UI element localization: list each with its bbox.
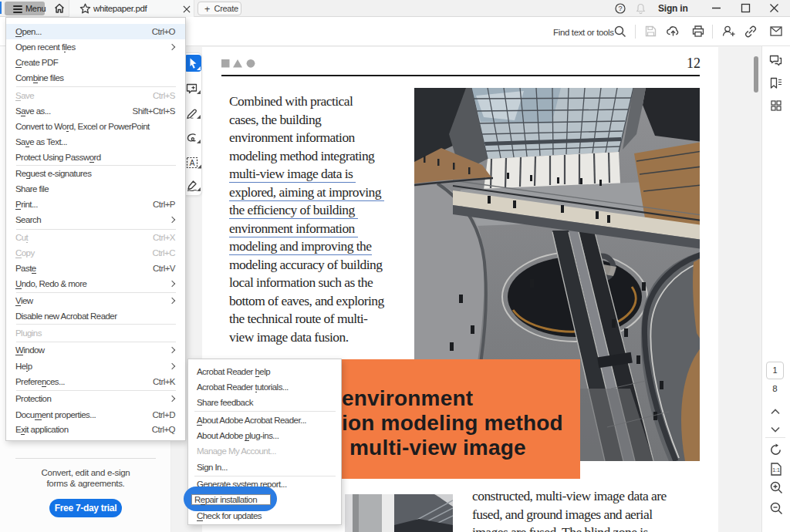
svg-text:1:1: 1:1 bbox=[772, 467, 780, 473]
svg-text:A: A bbox=[190, 159, 195, 167]
svg-text:?: ? bbox=[618, 5, 622, 12]
